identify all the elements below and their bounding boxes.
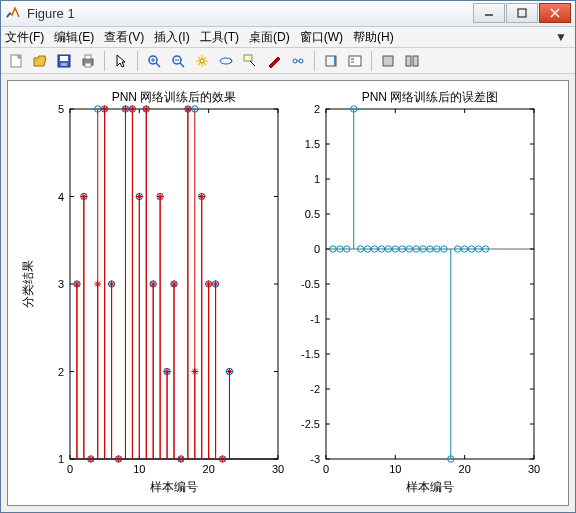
svg-text:-2: -2	[310, 383, 320, 395]
open-icon[interactable]	[29, 50, 51, 72]
svg-text:2: 2	[58, 366, 64, 378]
svg-text:-0.5: -0.5	[301, 278, 320, 290]
toolbar	[1, 48, 575, 74]
legend-icon[interactable]	[344, 50, 366, 72]
svg-rect-1	[518, 9, 526, 17]
menu-window[interactable]: 窗口(W)	[300, 29, 343, 46]
window-controls	[472, 3, 571, 23]
svg-text:-2.5: -2.5	[301, 418, 320, 430]
rotate3d-icon[interactable]	[215, 50, 237, 72]
pan-icon[interactable]	[191, 50, 213, 72]
svg-text:5: 5	[58, 103, 64, 115]
axes-container: PNN 网络训练后的效果010203012345样本编号分类结果PNN 网络训练…	[8, 81, 568, 505]
svg-rect-27	[349, 56, 361, 66]
toolbar-separator	[314, 51, 315, 71]
svg-text:0: 0	[67, 463, 73, 475]
zoom-out-icon[interactable]	[167, 50, 189, 72]
menu-help[interactable]: 帮助(H)	[353, 29, 394, 46]
svg-text:3: 3	[58, 278, 64, 290]
menu-file[interactable]: 文件(F)	[5, 29, 44, 46]
menu-edit[interactable]: 编辑(E)	[54, 29, 94, 46]
svg-text:30: 30	[528, 463, 540, 475]
toolbar-separator	[104, 51, 105, 71]
maximize-button[interactable]	[506, 3, 538, 23]
svg-text:样本编号: 样本编号	[150, 480, 198, 494]
show-plottools-icon[interactable]	[401, 50, 423, 72]
titlebar: Figure 1	[1, 1, 575, 27]
svg-text:PNN 网络训练后的效果: PNN 网络训练后的效果	[112, 90, 237, 104]
svg-rect-7	[61, 63, 67, 66]
svg-point-23	[299, 59, 303, 63]
svg-line-21	[250, 61, 255, 66]
svg-text:10: 10	[133, 463, 145, 475]
svg-rect-30	[383, 56, 393, 66]
svg-text:1.5: 1.5	[305, 138, 320, 150]
minimize-button[interactable]	[473, 3, 505, 23]
svg-text:0: 0	[314, 243, 320, 255]
svg-rect-10	[85, 63, 91, 67]
svg-text:样本编号: 样本编号	[406, 480, 454, 494]
svg-point-18	[200, 59, 204, 63]
figure-window: Figure 1 文件(F) 编辑(E) 查看(V) 插入(I) 工具(T) 桌…	[0, 0, 576, 513]
menu-insert[interactable]: 插入(I)	[154, 29, 189, 46]
svg-text:2: 2	[314, 103, 320, 115]
close-button[interactable]	[539, 3, 571, 23]
svg-rect-227	[326, 109, 534, 459]
svg-rect-6	[60, 56, 68, 61]
hide-plottools-icon[interactable]	[377, 50, 399, 72]
svg-text:30: 30	[272, 463, 284, 475]
figure-canvas[interactable]: PNN 网络训练后的效果010203012345样本编号分类结果PNN 网络训练…	[7, 80, 569, 506]
svg-line-16	[180, 63, 184, 67]
svg-text:0.5: 0.5	[305, 208, 320, 220]
svg-text:PNN 网络训练后的误差图: PNN 网络训练后的误差图	[362, 90, 499, 104]
svg-text:1: 1	[314, 173, 320, 185]
svg-text:-1: -1	[310, 313, 320, 325]
toolbar-separator	[137, 51, 138, 71]
figure-area: PNN 网络训练后的效果010203012345样本编号分类结果PNN 网络训练…	[1, 74, 575, 512]
menubar: 文件(F) 编辑(E) 查看(V) 插入(I) 工具(T) 桌面(D) 窗口(W…	[1, 27, 575, 49]
svg-text:10: 10	[389, 463, 401, 475]
save-icon[interactable]	[53, 50, 75, 72]
toolbar-separator	[371, 51, 372, 71]
svg-point-22	[293, 59, 297, 63]
window-title: Figure 1	[27, 6, 472, 21]
svg-rect-9	[85, 55, 91, 59]
svg-text:20: 20	[459, 463, 471, 475]
menu-view[interactable]: 查看(V)	[104, 29, 144, 46]
svg-rect-32	[413, 56, 418, 66]
menu-desktop[interactable]: 桌面(D)	[249, 29, 290, 46]
svg-rect-20	[244, 55, 252, 61]
brush-icon[interactable]	[263, 50, 285, 72]
zoom-in-icon[interactable]	[143, 50, 165, 72]
svg-text:1: 1	[58, 453, 64, 465]
pointer-icon[interactable]	[110, 50, 132, 72]
menu-overflow-icon[interactable]: ▼	[555, 30, 571, 44]
svg-text:-3: -3	[310, 453, 320, 465]
svg-text:-1.5: -1.5	[301, 348, 320, 360]
linkdata-icon[interactable]	[287, 50, 309, 72]
svg-text:20: 20	[203, 463, 215, 475]
svg-text:4: 4	[58, 191, 64, 203]
svg-line-12	[156, 63, 160, 67]
print-icon[interactable]	[77, 50, 99, 72]
colorbar-icon[interactable]	[320, 50, 342, 72]
svg-text:0: 0	[323, 463, 329, 475]
new-figure-icon[interactable]	[5, 50, 27, 72]
svg-text:分类结果: 分类结果	[21, 260, 35, 308]
datacursor-icon[interactable]	[239, 50, 261, 72]
matlab-icon	[5, 5, 21, 21]
menu-tools[interactable]: 工具(T)	[200, 29, 239, 46]
svg-rect-26	[334, 56, 336, 66]
svg-rect-31	[406, 56, 411, 66]
